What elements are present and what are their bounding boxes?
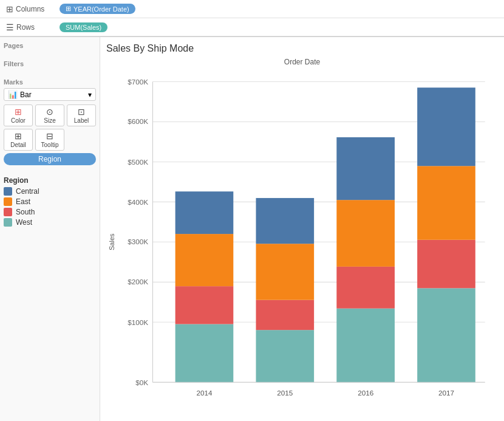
- rows-icon: ☰: [6, 22, 14, 32]
- tooltip-label: Tooltip: [41, 142, 59, 148]
- marks-section: Marks 📊 Bar ▾ ⊞ Color ⊙ Size ⊡ Label: [4, 78, 96, 165]
- bar-2015-east[interactable]: [256, 244, 314, 299]
- chart-body: Sales: [106, 69, 498, 415]
- bar-2016-east[interactable]: [336, 200, 395, 267]
- chart-title: Sales By Ship Mode: [106, 43, 498, 54]
- color-label: Color: [11, 117, 26, 124]
- west-swatch: [4, 218, 12, 227]
- columns-row: ⊞ Columns ⊞ YEAR(Order Date): [0, 0, 504, 18]
- bar-2017-central[interactable]: [417, 87, 475, 166]
- main-content: Pages Filters Marks 📊 Bar ▾ ⊞ Color ⊙ Si…: [0, 37, 504, 421]
- marks-buttons: ⊞ Color ⊙ Size ⊡ Label ⊞ Detail ⊟ Tool: [4, 104, 96, 151]
- svg-text:$100K: $100K: [128, 318, 148, 326]
- bar-2017-west[interactable]: [417, 288, 475, 382]
- chart-inner: $700K $600K $500K $400K $300K $200K $100…: [117, 69, 498, 415]
- bar-2016-west[interactable]: [336, 309, 395, 383]
- legend-section: Region Central East South West: [4, 176, 96, 228]
- region-pill[interactable]: Region: [4, 153, 96, 165]
- top-bar: ⊞ Columns ⊞ YEAR(Order Date) ☰ Rows SUM(…: [0, 0, 504, 37]
- detail-button[interactable]: ⊞ Detail: [4, 129, 33, 151]
- legend-item-central: Central: [4, 187, 96, 196]
- svg-text:$300K: $300K: [128, 238, 148, 245]
- tooltip-icon: ⊟: [46, 131, 53, 141]
- dropdown-arrow-icon: ▾: [88, 91, 92, 99]
- x-label-2014: 2014: [196, 389, 212, 397]
- central-swatch: [4, 187, 12, 196]
- bar-2014-central[interactable]: [175, 191, 234, 234]
- sidebar: Pages Filters Marks 📊 Bar ▾ ⊞ Color ⊙ Si…: [0, 37, 100, 421]
- size-button[interactable]: ⊙ Size: [35, 104, 64, 126]
- svg-text:$700K: $700K: [128, 78, 148, 86]
- label-button[interactable]: ⊡ Label: [67, 104, 96, 126]
- x-label-2016: 2016: [358, 389, 373, 397]
- east-label: East: [16, 197, 30, 206]
- bar-2014-west[interactable]: [175, 324, 234, 383]
- central-label: Central: [16, 187, 39, 196]
- bar-2014-east[interactable]: [175, 234, 234, 286]
- bar-2017-south[interactable]: [417, 240, 475, 289]
- bar-2015-central[interactable]: [256, 198, 314, 244]
- x-label-2017: 2017: [438, 389, 454, 397]
- bar-2016-central[interactable]: [336, 137, 395, 200]
- legend-title: Region: [4, 176, 96, 185]
- south-label: South: [16, 208, 35, 216]
- rows-label: ☰ Rows: [6, 22, 55, 32]
- svg-text:$600K: $600K: [128, 117, 148, 125]
- columns-icon: ⊞: [6, 4, 13, 14]
- size-label: Size: [44, 117, 55, 124]
- bar-2016-south[interactable]: [336, 267, 395, 309]
- detail-label: Detail: [10, 142, 26, 148]
- y-axis-label: Sales: [106, 69, 117, 415]
- legend-item-west: West: [4, 218, 96, 227]
- south-swatch: [4, 208, 12, 216]
- bar-2017-east[interactable]: [417, 166, 475, 240]
- west-label: West: [16, 218, 32, 227]
- rows-pill[interactable]: SUM(Sales): [60, 22, 107, 32]
- bar-2014-south[interactable]: [175, 286, 234, 324]
- columns-pill[interactable]: ⊞ YEAR(Order Date): [60, 4, 135, 14]
- x-axis-title: Order Date: [106, 58, 498, 66]
- x-label-2015: 2015: [277, 389, 293, 397]
- color-icon: ⊞: [15, 107, 22, 117]
- rows-row: ☰ Rows SUM(Sales): [0, 18, 504, 36]
- size-icon: ⊙: [46, 107, 53, 117]
- bar-chart-icon: 📊: [8, 90, 18, 99]
- chart-wrapper: Order Date Sales: [106, 58, 498, 415]
- legend-item-east: East: [4, 197, 96, 206]
- svg-text:$0K: $0K: [135, 378, 148, 386]
- marks-title: Marks: [4, 78, 96, 86]
- marks-type-label: Bar: [20, 91, 32, 99]
- marks-type-selector[interactable]: 📊 Bar ▾: [4, 88, 96, 101]
- color-button[interactable]: ⊞ Color: [4, 104, 33, 126]
- pages-section: Pages: [4, 42, 96, 52]
- chart-svg: $700K $600K $500K $400K $300K $200K $100…: [117, 69, 498, 415]
- legend-item-south: South: [4, 208, 96, 216]
- pages-title: Pages: [4, 42, 96, 49]
- svg-text:$200K: $200K: [128, 278, 148, 286]
- east-swatch: [4, 197, 12, 206]
- bar-2015-south[interactable]: [256, 300, 314, 330]
- tooltip-button[interactable]: ⊟ Tooltip: [35, 129, 64, 151]
- svg-text:$500K: $500K: [128, 158, 148, 166]
- chart-area: Sales By Ship Mode Order Date Sales: [100, 37, 504, 421]
- svg-text:$400K: $400K: [128, 198, 148, 206]
- filters-section: Filters: [4, 60, 96, 70]
- detail-icon: ⊞: [15, 131, 22, 141]
- columns-label: ⊞ Columns: [6, 4, 55, 14]
- filters-title: Filters: [4, 60, 96, 67]
- bar-2015-west[interactable]: [256, 330, 314, 382]
- label-icon: ⊡: [78, 107, 85, 117]
- calendar-icon: ⊞: [66, 5, 71, 13]
- label-label: Label: [74, 117, 89, 124]
